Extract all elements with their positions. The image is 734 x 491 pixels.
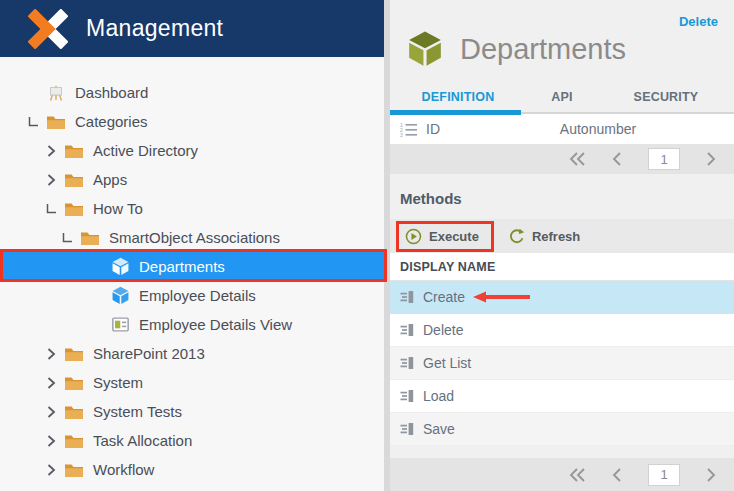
folder-icon (64, 171, 84, 188)
sidebar-item-employee-details[interactable]: Employee Details (0, 281, 384, 310)
sidebar-item-label: Workflow (93, 461, 154, 478)
method-row-save[interactable]: Save (390, 413, 734, 446)
page-title: Departments (460, 33, 626, 66)
properties-pager (390, 144, 734, 174)
prev-page-icon[interactable] (612, 467, 622, 483)
method-name: Create (423, 289, 465, 305)
chevron-right-icon[interactable] (44, 434, 58, 448)
chevron-right-icon[interactable] (44, 405, 58, 419)
tab-bar: DEFINITION API SECURITY (406, 82, 718, 114)
sidebar-item-label: SharePoint 2013 (93, 345, 205, 362)
prev-page-icon[interactable] (612, 151, 622, 167)
sidebar-item-workflow[interactable]: Workflow (0, 455, 384, 484)
folder-icon (80, 229, 100, 246)
method-row-create[interactable]: Create (390, 281, 734, 314)
detail-header: Delete Departments DEFINITION API SECURI… (390, 0, 734, 114)
sidebar-item-system-tests[interactable]: System Tests (0, 397, 384, 426)
folder-icon (64, 461, 84, 478)
sidebar-item-label: System Tests (93, 403, 182, 420)
folder-icon (64, 345, 84, 362)
sidebar-item-label: Employee Details (139, 287, 256, 304)
collapse-expanded-icon[interactable] (60, 231, 74, 245)
method-icon (400, 356, 414, 370)
method-row-delete[interactable]: Delete (390, 314, 734, 347)
folder-icon (64, 200, 84, 217)
methods-pager (390, 458, 734, 491)
sidebar-item-label: Task Allocation (93, 432, 192, 449)
view-icon (110, 316, 130, 333)
methods-toolbar: Execute Refresh (390, 219, 734, 253)
folder-icon (46, 113, 66, 130)
chevron-right-icon[interactable] (44, 347, 58, 361)
property-type: Autonumber (440, 121, 726, 137)
chevron-right-icon[interactable] (44, 173, 58, 187)
next-page-icon[interactable] (706, 467, 716, 483)
chevron-right-icon[interactable] (44, 376, 58, 390)
method-row-load[interactable]: Load (390, 380, 734, 413)
tab-security[interactable]: SECURITY (614, 82, 718, 114)
refresh-icon (508, 228, 525, 245)
autonumber-icon (400, 122, 418, 137)
sidebar-item-label: Dashboard (75, 84, 148, 101)
method-icon (400, 389, 414, 403)
first-page-icon[interactable] (569, 151, 586, 167)
sidebar-item-label: Apps (93, 171, 127, 188)
app-title: Management (86, 15, 223, 42)
sidebar-item-system[interactable]: System (0, 368, 384, 397)
sidebar-item-label: Categories (75, 113, 148, 130)
annotation-arrow-icon (473, 291, 531, 303)
k2-logo-icon (28, 9, 68, 49)
sidebar-item-sharepoint-2013[interactable]: SharePoint 2013 (0, 339, 384, 368)
category-tree: Dashboard Categories Active Directory Ap… (0, 57, 384, 484)
sidebar-item-label: How To (93, 200, 143, 217)
sidebar-item-label: Employee Details View (139, 316, 292, 333)
method-icon (400, 323, 414, 337)
sidebar-item-smartobject-associations[interactable]: SmartObject Associations (0, 223, 384, 252)
refresh-button[interactable]: Refresh (500, 222, 592, 251)
smartobject-icon (110, 287, 130, 304)
column-header-display-name: DISPLAY NAME (390, 253, 734, 281)
property-name: ID (426, 121, 440, 137)
sidebar-item-active-directory[interactable]: Active Directory (0, 136, 384, 165)
delete-link[interactable]: Delete (679, 14, 718, 29)
execute-play-icon (405, 228, 422, 245)
folder-icon (64, 403, 84, 420)
sidebar-item-task-allocation[interactable]: Task Allocation (0, 426, 384, 455)
chevron-right-icon[interactable] (44, 144, 58, 158)
chevron-right-icon[interactable] (44, 463, 58, 477)
method-name: Delete (423, 322, 463, 338)
collapse-expanded-icon[interactable] (26, 115, 40, 129)
sidebar-item-how-to[interactable]: How To (0, 194, 384, 223)
dashboard-icon (46, 84, 66, 101)
page-number-input[interactable] (648, 148, 680, 170)
page-number-input[interactable] (648, 464, 680, 486)
next-page-icon[interactable] (706, 151, 716, 167)
sidebar-item-employee-details-view[interactable]: Employee Details View (0, 310, 384, 339)
tab-api[interactable]: API (510, 82, 614, 114)
property-row-id[interactable]: ID Autonumber (390, 114, 734, 144)
method-name: Get List (423, 355, 471, 371)
method-icon (400, 290, 414, 304)
method-icon (400, 422, 414, 436)
smartobject-title-icon (406, 30, 444, 68)
detail-panel: Delete Departments DEFINITION API SECURI… (390, 0, 734, 491)
sidebar-item-label: System (93, 374, 143, 391)
sidebar-item-label: SmartObject Associations (109, 229, 280, 246)
smartobject-icon (110, 258, 130, 275)
sidebar-item-apps[interactable]: Apps (0, 165, 384, 194)
navigation-panel: Management Dashboard Categories Active D… (0, 0, 384, 491)
collapse-expanded-icon[interactable] (44, 202, 58, 216)
execute-button[interactable]: Execute (396, 221, 494, 252)
method-name: Save (423, 421, 455, 437)
sidebar-item-label: Active Directory (93, 142, 198, 159)
sidebar-item-departments[interactable]: Departments (0, 252, 384, 281)
sidebar-item-categories[interactable]: Categories (0, 107, 384, 136)
methods-heading: Methods (390, 174, 734, 219)
management-window: Management Dashboard Categories Active D… (0, 0, 734, 491)
app-header: Management (0, 0, 384, 57)
tab-underline-active (390, 110, 521, 115)
method-name: Load (423, 388, 454, 404)
method-row-get-list[interactable]: Get List (390, 347, 734, 380)
sidebar-item-dashboard[interactable]: Dashboard (0, 78, 384, 107)
first-page-icon[interactable] (569, 467, 586, 483)
